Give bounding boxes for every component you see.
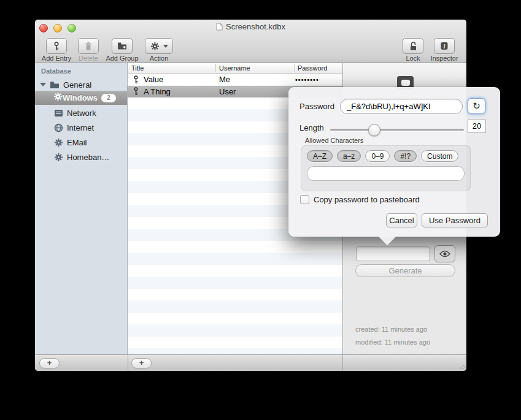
chevron-down-icon [163,45,168,48]
key-icon [132,75,140,84]
table-header: Title Username Password [128,63,342,74]
network-icon [53,108,63,118]
add-group-plus-button[interactable]: + [39,358,60,368]
pill-custom[interactable]: Custom [421,150,458,162]
sidebar-item-label: EMail [67,138,87,147]
divider [128,355,128,371]
resize-grip[interactable] [458,362,465,370]
key-icon [52,42,61,51]
lock-open-icon [409,41,418,51]
entry-title: A Thing [144,87,171,96]
sidebar-item-homebanking[interactable]: Homeban… [35,151,127,163]
eye-icon [439,250,450,258]
add-group-button[interactable] [112,38,133,54]
add-entry-button[interactable] [46,38,67,54]
sidebar-item-windows[interactable]: Windows 2 [35,91,127,105]
allowed-characters-label: Allowed Characters [305,137,363,144]
column-header-password[interactable]: Password [298,64,327,72]
sidebar-item-label: Network [67,109,96,118]
sidebar-item-label: Homeban… [67,153,109,162]
length-label: Length [299,123,324,132]
sidebar-item-label: General [63,80,91,90]
password-generator-popover: Password ↻ Length 20 Allowed Characters … [288,87,500,237]
delete-label: Delete [79,55,98,62]
sidebar-header-database: Database [41,67,71,75]
entry-password: •••••••• [295,76,319,83]
column-header-username[interactable]: Username [219,64,250,72]
allowed-characters-group: A–Z a–z 0–9 #!? Custom [301,145,471,191]
custom-characters-field[interactable] [307,166,465,181]
copy-to-pasteboard-label: Copy password to pasteboard [314,195,420,204]
gear-icon [53,92,63,104]
disclosure-triangle-icon[interactable] [40,83,46,86]
table-row[interactable]: Value Me •••••••• [128,74,342,86]
use-password-button[interactable]: Use Password [422,213,488,227]
entry-username: Me [219,75,230,84]
refresh-icon: ↻ [473,101,480,112]
pill-digits[interactable]: 0–9 [365,150,390,162]
image-placeholder-icon [401,80,410,86]
length-slider[interactable] [330,124,464,136]
generate-button[interactable]: Generate [355,264,455,277]
document-icon [216,23,223,31]
pill-lowercase[interactable]: a–z [337,150,361,162]
folder-icon [50,80,60,90]
sidebar: Database General [35,63,128,354]
inspector-label: Inspector [430,55,458,62]
delete-button[interactable] [78,38,99,54]
gear-icon [53,152,63,162]
svg-text:i: i [444,44,446,50]
character-class-pills: A–Z a–z 0–9 #!? Custom [307,150,458,162]
entry-title: Value [144,75,163,84]
entry-username: User [219,87,236,96]
sidebar-item-general[interactable]: General [35,78,127,91]
created-timestamp: created: 11 minutes ago [355,326,427,333]
sidebar-item-email[interactable]: EMail [35,136,127,148]
folder-plus-icon [117,42,127,50]
pill-uppercase[interactable]: A–Z [307,150,333,162]
inspector-button[interactable]: i [434,38,455,54]
add-group-label: Add Group [106,55,138,62]
divider [342,355,343,371]
pill-symbols[interactable]: #!? [394,150,417,162]
slider-thumb[interactable] [368,124,380,136]
cancel-button[interactable]: Cancel [386,213,417,227]
column-divider[interactable] [294,64,295,72]
lock-label: Lock [406,55,420,62]
globe-icon [53,123,63,132]
generated-password-field[interactable] [340,99,463,114]
copy-to-pasteboard-checkbox[interactable] [300,195,309,204]
popover-arrow [379,237,396,245]
copy-to-pasteboard-row: Copy password to pasteboard [300,195,420,204]
add-entry-label: Add Entry [42,55,71,62]
gear-icon [150,42,160,51]
modified-timestamp: modified: 11 minutes ago [355,338,430,346]
window-title: Screenshot.kdbx [35,22,466,31]
gear-icon [53,137,63,147]
inspector-password-field[interactable] [356,246,430,261]
column-header-title[interactable]: Title [131,64,144,72]
password-label: Password [299,102,334,111]
sidebar-item-label: Internet [67,123,94,132]
column-divider[interactable] [215,64,216,72]
add-entry-plus-button[interactable]: + [131,358,152,368]
action-button[interactable] [145,38,173,54]
sidebar-item-internet[interactable]: Internet [35,121,127,134]
length-value-field[interactable]: 20 [468,120,486,133]
slider-track[interactable] [330,129,464,131]
action-label: Action [150,55,169,62]
entry-count-badge: 2 [101,94,116,102]
sidebar-item-label: Windows [63,93,98,102]
trash-icon [84,42,93,51]
regenerate-button[interactable]: ↻ [468,98,485,114]
title-bar: Screenshot.kdbx Add Entry Delete [35,20,466,63]
bottom-bar: + + [35,354,466,371]
info-icon: i [439,42,449,50]
lock-button[interactable] [403,38,423,54]
sidebar-item-network[interactable]: Network [35,107,127,119]
show-password-button[interactable] [434,245,455,262]
key-icon [132,87,140,96]
